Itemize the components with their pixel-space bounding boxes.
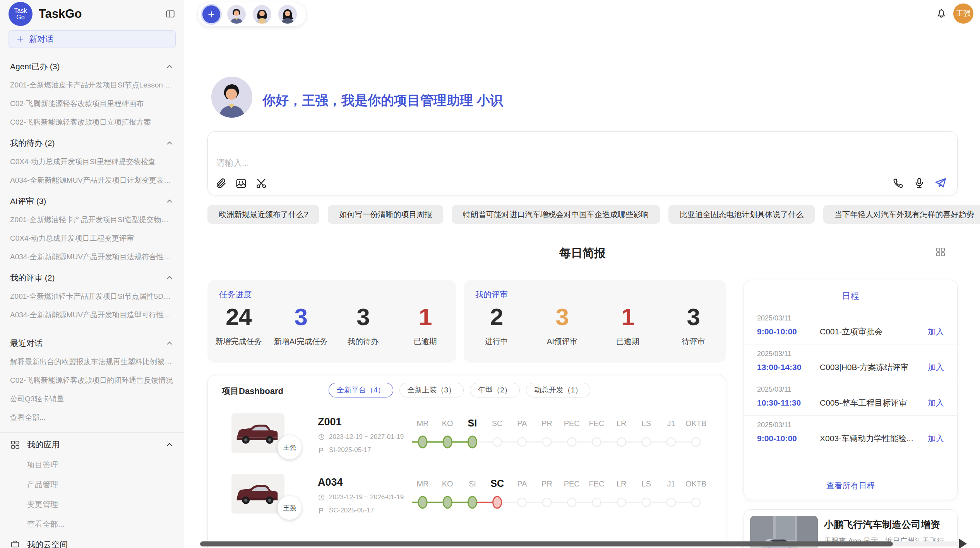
daily-brief-title: 每日简报 (207, 245, 958, 261)
dashboard-tab[interactable]: 全新平台（4） (329, 383, 393, 397)
agent-avatar-2[interactable] (253, 5, 271, 24)
suggestion-chip[interactable]: 特朗普可能对进口汽车增税会对中国车企造成哪些影响 (452, 205, 660, 224)
stat-value: 2 (464, 303, 529, 331)
stat-label: 待评审 (661, 336, 726, 347)
milestone-track (401, 433, 707, 451)
event-join-link[interactable]: 加入 (928, 397, 944, 408)
stat-label: 新增AI完成任务 (270, 336, 332, 347)
stat-cell: 3我的待办 (332, 303, 394, 347)
suggestion-chip[interactable]: 当下年轻人对汽车外观有怎样的喜好趋势 (823, 205, 980, 224)
sidebar-section-header[interactable]: 最近对话 (0, 332, 184, 353)
app-sub-item[interactable]: 项目管理 (0, 455, 184, 475)
new-chat-button[interactable]: 新对话 (9, 30, 176, 48)
schedule-event: 2025/03/1113:00-14:30C003|H0B-方案冻结评审加入 (744, 344, 957, 380)
project-flag-text: SC-2025-05-17 (329, 507, 374, 514)
sidebar-section-header[interactable]: AI评审 (3) (0, 190, 184, 211)
project-dates: 2023-12-19 ~ 2027-01-19 (318, 433, 404, 441)
event-join-link[interactable]: 加入 (928, 326, 944, 337)
divider (0, 432, 184, 433)
project-dashboard-card: 项目Dashboard 全新平台（4）全新上装（3）年型（2）动总开发（1） 王… (207, 375, 726, 548)
recent-chat-item[interactable]: C02-飞腾新能源轻客改款项目的闭环通告反馈情况 (0, 371, 184, 390)
app-sub-item[interactable]: 产品管理 (0, 475, 184, 495)
stat-label: 新增完成任务 (207, 336, 270, 347)
sidebar-item[interactable]: C0X4-动力总成开发项目SI里程碑提交物检查 (0, 152, 184, 171)
event-date: 2025/03/11 (757, 385, 944, 394)
project-owner-badge: 王强 (278, 435, 302, 459)
image-icon[interactable] (235, 177, 247, 190)
project-owner-badge: 王强 (278, 496, 302, 520)
suggestion-chip[interactable]: 欧洲新规最近颁布了什么? (207, 205, 319, 224)
sidebar-item[interactable]: A034-全新新能源MUV产品开发项目法规符合性评审 (0, 248, 184, 266)
sidebar-collapse-icon[interactable] (165, 9, 175, 19)
mic-icon[interactable] (913, 177, 925, 189)
sidebar-item[interactable]: A034-全新新能源MUV产品开发项目计划变更表编写 (0, 171, 184, 190)
paperclip-icon[interactable] (215, 177, 227, 190)
app-sub-item[interactable]: 查看全部... (0, 514, 184, 534)
sidebar-item[interactable]: C02-飞腾新能源轻客改款项目里程碑画布 (0, 94, 184, 113)
project-car-image (231, 413, 284, 454)
event-join-link[interactable]: 加入 (928, 362, 944, 373)
sidebar-section-header[interactable]: 我的待办 (2) (0, 132, 184, 152)
chat-input-box[interactable]: 请输入... (207, 131, 958, 195)
stat-card: 任务进度24新增完成任务3新增AI完成任务3我的待办1已逾期 (207, 280, 456, 363)
app-title: TaskGo (39, 7, 165, 21)
notifications-bell-icon[interactable] (935, 8, 947, 19)
sidebar-item[interactable]: Z001-全新燃油轻卡产品开发项目SI节点属性5D文件评审 (0, 287, 184, 306)
scroll-right-arrow[interactable] (959, 539, 967, 548)
add-agent-button[interactable] (202, 5, 220, 23)
event-date: 2025/03/11 (757, 421, 944, 429)
event-row: 10:30-11:30C005-整车工程目标评审加入 (757, 397, 944, 408)
scissors-icon[interactable] (255, 177, 267, 190)
recent-chat-item[interactable]: 解释最新出台的欧盟报废车法规再生塑料比例被调至15%... (0, 353, 184, 371)
view-all-schedule-link[interactable]: 查看所有日程 (744, 480, 957, 491)
assistant-avatar (211, 77, 252, 118)
event-time: 9:00-10:00 (757, 327, 815, 336)
send-icon[interactable] (934, 176, 947, 190)
sidebar-item-cloud-space[interactable]: 我的云空间 (0, 534, 184, 548)
stat-card-title: 我的评审 (475, 289, 508, 300)
schedule-event: 2025/03/119:00-10:00C001-立项审批会加入 (744, 309, 957, 344)
suggestion-chip[interactable]: 比亚迪全固态电池计划具体说了什么 (668, 205, 815, 224)
recent-chat-item[interactable]: 公司Q3轻卡销量 (0, 390, 184, 408)
project-flag-text: SI-2025-05-17 (329, 446, 371, 454)
view-all-chats-link[interactable]: 查看全部... (0, 408, 184, 427)
stat-value: 3 (332, 303, 394, 331)
sidebar-item[interactable]: Z001-全新燃油轻卡产品开发项目SI造型提交物评审 (0, 211, 184, 229)
schedule-card: 日程 2025/03/119:00-10:00C001-立项审批会加入2025/… (744, 280, 958, 500)
sidebar-section-header[interactable]: 我的评审 (2) (0, 266, 184, 287)
stat-label: AI预评审 (529, 336, 595, 347)
horizontal-scrollbar-track[interactable] (200, 541, 958, 546)
schedule-event: 2025/03/119:00-10:00X003-车辆动力学性能验...加入 (744, 416, 957, 451)
app-logo: Task Go (9, 2, 33, 26)
sidebar-section-header[interactable]: Agent已办 (3) (0, 55, 184, 76)
horizontal-scrollbar-thumb[interactable] (200, 541, 893, 546)
sidebar-item[interactable]: Z001-全新燃油皮卡产品开发项目SI节点Lesson Learn报告 (0, 76, 184, 94)
schedule-list: 2025/03/119:00-10:00C001-立项审批会加入2025/03/… (744, 309, 957, 451)
sidebar-item[interactable]: A034-全新新能源MUV产品开发项目造型可行性评审 (0, 306, 184, 324)
news-title: 小鹏飞行汽车制造公司增资 (824, 518, 940, 531)
dashboard-tab[interactable]: 年型（2） (470, 383, 520, 397)
layout-grid-icon[interactable] (935, 246, 946, 258)
project-name: A034 (318, 476, 343, 488)
agent-avatar-3[interactable] (278, 5, 297, 24)
sidebar-item[interactable]: C02-飞腾新能源轻客改款项目立项汇报方案 (0, 113, 184, 132)
user-avatar[interactable]: 王强 (953, 3, 973, 24)
stat-cell: 24新增完成任务 (207, 303, 270, 347)
schedule-title: 日程 (744, 290, 957, 302)
sidebar-item[interactable]: C0X4-动力总成开发项目工程变更评审 (0, 229, 184, 248)
event-row: 13:00-14:30C003|H0B-方案冻结评审加入 (757, 362, 944, 373)
dashboard-tab[interactable]: 动总开发（1） (526, 383, 591, 397)
phone-icon[interactable] (892, 177, 905, 189)
main-area: 王强 你好，王强，我是你的项目管理助理 小识 请输入... (185, 0, 980, 548)
app-sub-item[interactable]: 变更管理 (0, 495, 184, 514)
suggestion-chips: 欧洲新规最近颁布了什么?如何写一份清晰的项目周报特朗普可能对进口汽车增税会对中国… (207, 205, 958, 224)
stat-label: 已逾期 (595, 336, 661, 347)
suggestion-chip[interactable]: 如何写一份清晰的项目周报 (328, 205, 443, 224)
agent-avatar-1[interactable] (227, 5, 246, 24)
dashboard-tab[interactable]: 全新上装（3） (399, 383, 464, 397)
project-dates-text: 2023-12-19 ~ 2026-01-19 (329, 493, 404, 501)
sidebar-item-my-apps[interactable]: 我的应用 (0, 434, 184, 455)
stat-value: 1 (394, 303, 456, 331)
event-join-link[interactable]: 加入 (928, 433, 944, 444)
stat-value: 1 (595, 303, 661, 331)
